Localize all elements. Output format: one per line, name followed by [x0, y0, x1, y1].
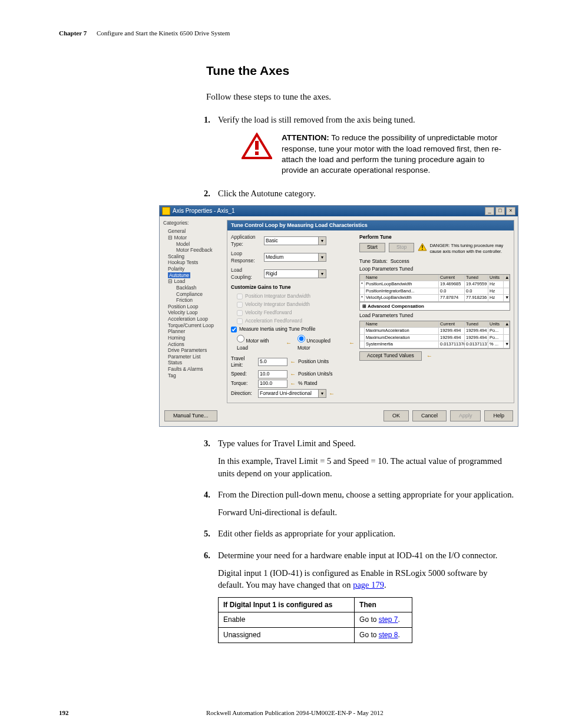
close-button[interactable]: × [506, 207, 515, 215]
apply-button[interactable]: Apply [450, 410, 481, 421]
tree-item-compliance[interactable]: Compliance [163, 291, 223, 298]
tree-item-planner[interactable]: Planner [163, 328, 223, 335]
tree-item-tag[interactable]: Tag [163, 373, 223, 379]
arrow-icon: ← [290, 358, 296, 366]
tree-item-torque-loop[interactable]: Torque/Current Loop [163, 322, 223, 329]
load-coupling-select[interactable]: Rigid▼ [264, 269, 326, 278]
section-heading: Tune the Axes [59, 64, 515, 78]
arrow-icon: ← [427, 352, 432, 360]
step-number: 2. [204, 187, 210, 199]
categories-label: Categories: [163, 220, 223, 227]
warning-icon [242, 133, 272, 176]
table-header: Then [355, 597, 412, 612]
step-text: Click the Autotune category. [218, 189, 316, 198]
tree-item-drive-params[interactable]: Drive Parameters [163, 347, 223, 354]
tree-item-backlash[interactable]: Backlash [163, 285, 223, 291]
stop-button[interactable]: Stop [389, 243, 415, 252]
table-header: If Digital Input 1 is configured as [219, 597, 355, 612]
step-5: 5. Edit other fields as appropriate for … [218, 528, 515, 539]
cancel-button[interactable]: Cancel [412, 410, 447, 421]
table-row: SystemInertia0.0137113760.013711376% ...… [360, 341, 510, 348]
advanced-comp-header[interactable]: ⊞ Advanced Compensation [359, 302, 510, 311]
dialog-title: Axis Properties - Axis_1 [173, 207, 235, 215]
direction-label: Direction: [231, 390, 256, 397]
tree-item-motor-feedback[interactable]: Motor Feedback [163, 247, 223, 253]
tree-item-homing[interactable]: Homing [163, 335, 223, 341]
tree-item-hookup[interactable]: Hookup Tests [163, 259, 223, 266]
step-text: Type values for Travel Limit and Speed. [218, 439, 356, 448]
attention-callout: ATTENTION: To reduce the possibility of … [242, 133, 513, 176]
tree-item-friction[interactable]: Friction [163, 297, 223, 304]
step-4: 4. From the Direction pull-down menu, ch… [218, 489, 515, 519]
tree-item-scaling[interactable]: Scaling [163, 253, 223, 260]
start-button[interactable]: Start [359, 243, 385, 252]
travel-limit-input[interactable]: 5.0 [258, 358, 287, 366]
loop-params-label: Loop Parameters Tuned [359, 266, 510, 273]
tree-item-general[interactable]: General [163, 228, 223, 235]
tree-item-model[interactable]: Model [163, 241, 223, 248]
step-text: Edit other fields as appropriate for you… [218, 529, 395, 538]
minimize-button[interactable]: _ [485, 207, 494, 215]
tree-item-faults[interactable]: Faults & Alarms [163, 366, 223, 373]
manual-tune-button[interactable]: Manual Tune... [164, 410, 217, 421]
arrow-icon: ← [290, 380, 296, 388]
intro-text: Follow these steps to tune the axes. [59, 91, 515, 103]
tree-item-position-loop[interactable]: Position Loop [163, 304, 223, 310]
chevron-down-icon: ▼ [318, 237, 326, 245]
step-1: 1. Verify the load is still removed from… [218, 114, 515, 176]
uncoupled-motor-radio[interactable]: Uncoupled Motor [297, 335, 343, 352]
chapter-title: Configure and Start the Kinetix 6500 Dri… [97, 29, 230, 37]
motor-with-load-radio[interactable]: Motor with Load [237, 335, 280, 352]
step-para: Digital input 1 (IOD-41) is configured a… [218, 567, 515, 591]
tree-item-status[interactable]: Status [163, 360, 223, 366]
tree-item-polarity[interactable]: Polarity [163, 266, 223, 272]
ok-button[interactable]: OK [384, 410, 409, 421]
table-row: Enable Go to step 7. [219, 612, 412, 628]
page-number: 192 [59, 709, 206, 716]
tree-item-accel-loop[interactable]: Acceleration Loop [163, 316, 223, 322]
measure-inertia-checkbox[interactable]: Measure Inertia using Tune Profile [231, 326, 355, 333]
chevron-down-icon: ▼ [318, 253, 326, 261]
svg-text:!: ! [422, 245, 424, 251]
direction-select[interactable]: Forward Uni-directional▼ [258, 389, 326, 398]
step-number: 5. [204, 528, 210, 539]
page-link[interactable]: page 179 [353, 580, 384, 589]
svg-rect-2 [255, 151, 259, 155]
arrow-icon: ← [290, 370, 296, 378]
loop-response-select[interactable]: Medium▼ [264, 253, 326, 262]
attention-label: ATTENTION: [282, 133, 329, 142]
torque-input[interactable]: 100.0 [258, 380, 287, 388]
speed-input[interactable]: 10.0 [258, 370, 287, 378]
tree-item-velocity-loop[interactable]: Velocity Loop [163, 309, 223, 316]
help-button[interactable]: Help [484, 410, 513, 421]
arrow-icon: ← [329, 390, 335, 398]
accept-tuned-values-button[interactable]: Accept Tuned Values [359, 351, 422, 361]
step-para: Forward Uni-directional is default. [218, 506, 515, 518]
torque-units: % Rated [298, 380, 318, 387]
step-number: 1. [204, 114, 210, 126]
tree-item-actions[interactable]: Actions [163, 341, 223, 348]
category-tree[interactable]: General ⊟ Motor Model Motor Feedback Sca… [163, 228, 223, 378]
chevron-down-icon: ▼ [318, 390, 326, 397]
running-header: Chapter 7 Configure and Start the Kineti… [59, 29, 515, 37]
step-para: In this example, Travel Limit = 5 and Sp… [218, 455, 515, 479]
tree-item-motor[interactable]: ⊟ Motor [163, 235, 223, 241]
gain-checkbox-position-integrator[interactable]: Position Integrator Bandwidth [237, 293, 355, 300]
travel-units: Position Units [298, 358, 329, 365]
tree-item-autotune[interactable]: Autotune [163, 272, 223, 279]
gain-checkbox-velocity-ff[interactable]: Velocity Feedforward [237, 309, 355, 317]
gain-checkbox-accel-ff[interactable]: Acceleration Feedforward [237, 318, 355, 325]
step-link[interactable]: step 8 [379, 631, 398, 639]
step-link[interactable]: step 7 [379, 615, 398, 624]
arrow-icon: ← [286, 339, 292, 347]
tree-item-load[interactable]: ⊟ Load [163, 278, 223, 285]
step-number: 4. [204, 489, 210, 500]
app-type-select[interactable]: Basic▼ [264, 236, 326, 245]
gain-checkbox-velocity-integrator[interactable]: Velocity Integrator Bandwidth [237, 301, 355, 308]
svg-rect-1 [255, 141, 259, 150]
table-row: MaximumAcceleration19299.49419299.494Po.… [360, 328, 510, 335]
maximize-button[interactable]: □ [495, 207, 505, 215]
tree-item-param-list[interactable]: Parameter List [163, 354, 223, 360]
perform-tune-title: Perform Tune [359, 234, 510, 241]
pane-title: Tune Control Loop by Measuring Load Char… [227, 220, 514, 230]
